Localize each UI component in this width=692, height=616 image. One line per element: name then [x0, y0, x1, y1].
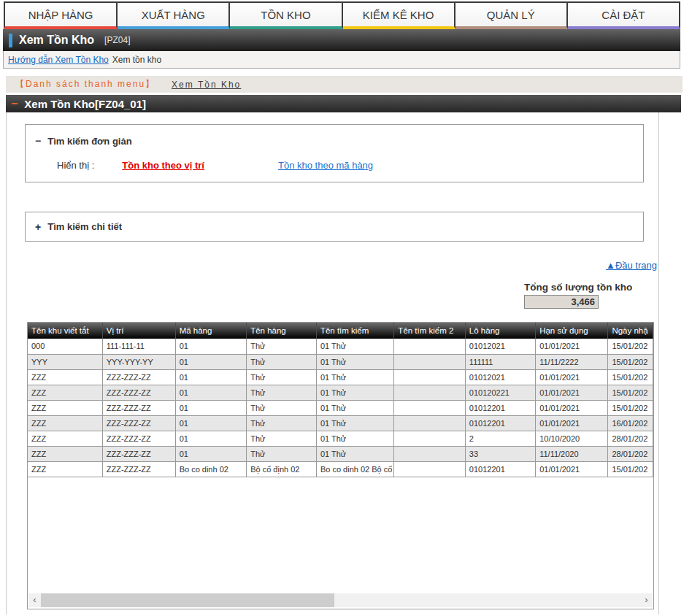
breadcrumb-guide-link[interactable]: Hướng dẫn Xem Tồn Kho: [8, 55, 109, 65]
table-cell: 15/01/202: [608, 400, 653, 415]
table-cell: 11/11/2020: [536, 446, 608, 461]
total-stock-block: Tổng số lượng tồn kho 3,466: [524, 282, 641, 309]
table-cell: 111111: [465, 354, 535, 369]
table-row[interactable]: ZZZZZZ-ZZZ-ZZ01Thử01 Thử0101220101/01/20…: [28, 415, 653, 431]
back-to-top-link[interactable]: ▲Đầu trang: [606, 260, 657, 271]
collapse-minus-icon[interactable]: −: [35, 135, 41, 147]
table-cell: Thử: [247, 400, 317, 415]
table-row[interactable]: 000111-111-1101Thử01 Thử0101202101/01/20…: [28, 339, 653, 354]
table-header-row: Tên khu viết tắtVị tríMã hàngTên hàngTên…: [28, 323, 653, 339]
table-row[interactable]: YYYYYY-YYY-YY01Thử01 Thử11111111/11/2222…: [28, 354, 653, 369]
table-cell: Thử: [247, 369, 317, 385]
stock-table-container: Tên khu viết tắtVị tríMã hàngTên hàngTên…: [27, 322, 654, 609]
tab-tồn-kho[interactable]: TỒN KHO: [230, 1, 342, 29]
table-cell: Thử: [247, 431, 317, 446]
table-row[interactable]: ZZZZZZ-ZZZ-ZZ01Thử01 Thử0101220101/01/20…: [28, 400, 653, 415]
table-body: 000111-111-1101Thử01 Thử0101202101/01/20…: [28, 339, 653, 477]
table-cell: 111-111-11: [102, 339, 175, 354]
column-header: Mã hàng: [175, 323, 247, 339]
section-title: Xem Tồn Kho[FZ04_01]: [24, 98, 146, 110]
table-cell: Thử: [247, 385, 317, 400]
title-bar: Xem Tồn Kho [PZ04]: [3, 29, 680, 51]
table-cell: [394, 431, 466, 446]
table-cell: 01 Thử: [316, 339, 393, 354]
detail-search-title: Tìm kiếm chi tiết: [47, 221, 122, 232]
simple-search-header[interactable]: −Tìm kiếm đơn giản: [35, 134, 643, 147]
table-cell: ZZZ: [28, 400, 102, 415]
simple-search-panel: −Tìm kiếm đơn giản Hiển thị : Tồn kho th…: [25, 124, 644, 182]
tab-xuất-hàng[interactable]: XUẤT HÀNG: [118, 1, 230, 29]
scrollbar-track[interactable]: [41, 593, 640, 607]
table-cell: 01 Thử: [316, 446, 393, 461]
table-cell: 28/01/202: [608, 431, 653, 446]
table-cell: Thử: [247, 446, 317, 461]
table-row[interactable]: ZZZZZZ-ZZZ-ZZ01Thử01 Thử0101202101/01/20…: [28, 369, 653, 385]
table-cell: 15/01/202: [608, 354, 653, 369]
breadcrumb-current: Xem tồn kho: [112, 55, 161, 65]
table-cell: 2: [465, 431, 535, 446]
expand-plus-icon[interactable]: +: [35, 221, 41, 233]
tab-nhập-hàng[interactable]: NHẬP HÀNG: [4, 1, 118, 29]
column-header: Hạn sử dụng: [536, 323, 608, 339]
table-row[interactable]: ZZZZZZ-ZZZ-ZZ01Thử01 Thử210/10/202028/01…: [28, 431, 653, 446]
table-cell: Thử: [247, 415, 317, 431]
table-cell: 15/01/202: [608, 369, 653, 385]
table-cell: [394, 354, 466, 369]
table-cell: 01: [175, 446, 247, 461]
display-options-row: Hiển thị : Tồn kho theo vị trí Tồn kho t…: [57, 160, 643, 171]
table-cell: [394, 446, 466, 461]
table-cell: YYY-YYY-YY: [102, 354, 175, 369]
table-cell: 15/01/202: [608, 339, 653, 354]
table-cell: 16/01/202: [608, 415, 653, 431]
table-cell: 01: [175, 400, 247, 415]
content-area: −Tìm kiếm đơn giản Hiển thị : Tồn kho th…: [6, 112, 659, 615]
table-cell: ZZZ: [28, 431, 102, 446]
table-cell: 28/01/202: [608, 446, 653, 461]
menu-link-xem-ton-kho[interactable]: Xem Tồn Kho: [172, 80, 241, 90]
table-row[interactable]: ZZZZZZ-ZZZ-ZZBo co dinh 02Bộ cố định 02B…: [28, 461, 653, 477]
tab-kiểm-kê-kho[interactable]: KIỂM KÊ KHO: [343, 1, 455, 29]
table-cell: Bo co dinh 02 Bộ cố: [316, 461, 393, 477]
option-ton-kho-theo-ma-hang[interactable]: Tồn kho theo mã hàng: [278, 160, 373, 171]
table-cell: 01/01/2021: [536, 415, 608, 431]
table-row[interactable]: ZZZZZZ-ZZZ-ZZ01Thử01 Thử01012022101/01/2…: [28, 385, 653, 400]
table-cell: ZZZ: [28, 446, 102, 461]
column-header: Tên tìm kiếm: [316, 323, 393, 339]
table-cell: [394, 461, 466, 477]
table-cell: ZZZ-ZZZ-ZZ: [102, 415, 175, 431]
table-cell: YYY: [28, 354, 102, 369]
detail-search-panel[interactable]: +Tìm kiếm chi tiết: [25, 212, 644, 242]
table-cell: ZZZ: [28, 461, 102, 477]
table-cell: [394, 385, 466, 400]
table-cell: [394, 339, 466, 354]
display-label: Hiển thị :: [57, 160, 94, 171]
title-accent-bar: [9, 34, 12, 47]
scroll-right-icon[interactable]: ›: [640, 593, 653, 607]
table-cell: 15/01/202: [608, 461, 653, 477]
table-cell: 01 Thử: [316, 385, 393, 400]
tab-cài-đặt[interactable]: CÀI ĐẶT: [568, 1, 680, 29]
table-cell: 01012201: [465, 461, 535, 477]
section-header[interactable]: − Xem Tồn Kho[FZ04_01]: [6, 95, 681, 112]
page-code: [PZ04]: [104, 35, 130, 45]
menu-bar-label: 【Danh sách thanh menu】: [15, 78, 155, 91]
column-header: Vị trí: [102, 323, 175, 339]
column-header: Tên hàng: [247, 323, 317, 339]
tab-quản-lý[interactable]: QUẢN LÝ: [455, 1, 568, 29]
table-cell: 01/01/2021: [536, 400, 608, 415]
option-ton-kho-theo-vi-tri[interactable]: Tồn kho theo vị trí: [122, 160, 204, 171]
table-row[interactable]: ZZZZZZ-ZZZ-ZZ01Thử01 Thử3311/11/202028/0…: [28, 446, 653, 461]
table-cell: 15/01/202: [608, 385, 653, 400]
collapse-minus-icon[interactable]: −: [11, 97, 18, 110]
table-cell: 010120221: [465, 385, 535, 400]
scrollbar-thumb[interactable]: [41, 593, 334, 607]
table-cell: 11/11/2222: [536, 354, 608, 369]
table-cell: [394, 400, 466, 415]
scroll-left-icon[interactable]: ‹: [28, 593, 41, 607]
tab-label: KIỂM KÊ KHO: [363, 9, 434, 21]
horizontal-scrollbar[interactable]: ‹ ›: [28, 593, 653, 607]
table-cell: 01 Thử: [316, 369, 393, 385]
table-cell: 01/01/2021: [536, 339, 608, 354]
table-cell: [394, 369, 466, 385]
table-cell: Bộ cố định 02: [247, 461, 317, 477]
